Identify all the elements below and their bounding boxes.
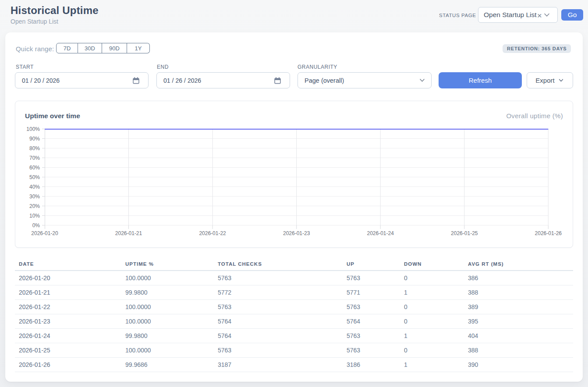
svg-text:2026-01-23: 2026-01-23 [283,230,310,236]
svg-text:2026-01-20: 2026-01-20 [31,230,58,236]
svg-text:2026-01-21: 2026-01-21 [115,230,142,236]
svg-text:70%: 70% [29,155,40,161]
svg-text:20%: 20% [29,203,40,209]
svg-text:90%: 90% [29,136,40,142]
svg-text:40%: 40% [29,184,40,190]
svg-text:0%: 0% [32,222,40,229]
svg-text:60%: 60% [29,165,40,171]
svg-text:10%: 10% [29,213,40,219]
svg-text:80%: 80% [29,145,40,151]
svg-text:50%: 50% [29,174,40,180]
svg-text:2026-01-26: 2026-01-26 [535,230,562,236]
svg-text:2026-01-25: 2026-01-25 [451,230,478,236]
svg-text:2026-01-22: 2026-01-22 [199,230,226,236]
svg-text:100%: 100% [26,126,40,132]
svg-text:30%: 30% [29,194,40,200]
svg-text:2026-01-24: 2026-01-24 [367,230,394,236]
